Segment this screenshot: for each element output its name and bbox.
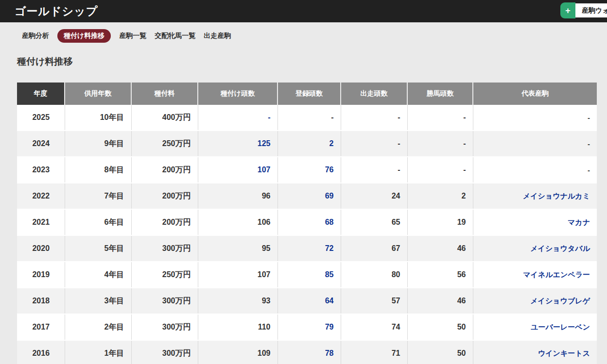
table-cell: 2022 xyxy=(17,183,65,209)
table-cell: 2019 xyxy=(17,262,65,288)
table-cell: 57 xyxy=(341,288,407,314)
table-cell-link[interactable]: 85 xyxy=(277,262,341,288)
table-cell: 24 xyxy=(341,183,407,209)
table-header-row: 年度 供用年数 種付料 種付け頭数 登録頭数 出走頭数 勝馬頭数 代表産駒 xyxy=(17,83,597,105)
table-row: 20194年目250万円107858056マイネルエンペラー xyxy=(17,262,597,288)
table-cell: 5年目 xyxy=(65,235,131,262)
table-cell-link[interactable]: 78 xyxy=(277,340,341,364)
table-cell: 80 xyxy=(341,262,407,288)
table-cell-link[interactable]: マカナ xyxy=(473,209,597,235)
table-cell: 2年目 xyxy=(65,314,131,340)
table-cell: 2018 xyxy=(17,288,65,314)
table-cell: 2 xyxy=(407,183,473,209)
plus-icon: + xyxy=(560,2,575,18)
table-cell: 2024 xyxy=(17,131,65,157)
table-cell: 9年目 xyxy=(65,131,131,157)
table-cell: 6年目 xyxy=(65,209,131,235)
table-cell: 19 xyxy=(407,209,473,235)
table-cell: 2025 xyxy=(17,105,65,131)
column-header-registered: 登録頭数 xyxy=(277,83,341,105)
table-cell: - xyxy=(407,131,473,157)
table-cell: 300万円 xyxy=(131,340,198,364)
column-header-winners: 勝馬頭数 xyxy=(407,83,473,105)
table-cell-link[interactable]: メイショウナルカミ xyxy=(473,183,597,209)
table-cell: 4年目 xyxy=(65,262,131,288)
table-cell-link[interactable]: マイネルエンペラー xyxy=(473,262,597,288)
table-cell: - xyxy=(341,131,407,157)
column-header-year: 年度 xyxy=(17,83,65,105)
table-cell: 50 xyxy=(407,340,473,364)
table-cell: 7年目 xyxy=(65,183,131,209)
table-cell: 106 xyxy=(198,209,277,235)
table-cell-link[interactable]: 107 xyxy=(198,157,277,183)
table-cell-link[interactable]: ウインキートス xyxy=(473,340,597,364)
table-cell: 50 xyxy=(407,314,473,340)
table-cell-link[interactable]: 72 xyxy=(277,235,341,262)
column-header-representative: 代表産駒 xyxy=(473,83,597,105)
table-cell: 10年目 xyxy=(65,105,131,131)
tab-offspring-analysis[interactable]: 産駒分析 xyxy=(22,29,49,43)
table-cell-link[interactable]: 64 xyxy=(277,288,341,314)
table-cell: - xyxy=(473,131,597,157)
table-cell: 8年目 xyxy=(65,157,131,183)
table-cell: 95 xyxy=(198,235,277,262)
tab-offspring-list[interactable]: 産駒一覧 xyxy=(119,29,146,43)
table-cell-link[interactable]: 2 xyxy=(277,131,341,157)
table-cell: 400万円 xyxy=(131,105,198,131)
column-header-service-years: 供用年数 xyxy=(65,83,131,105)
table-cell: - xyxy=(473,105,597,131)
stud-fee-table: 年度 供用年数 種付料 種付け頭数 登録頭数 出走頭数 勝馬頭数 代表産駒 20… xyxy=(17,83,597,364)
column-header-stud-fee: 種付料 xyxy=(131,83,198,105)
table-cell-link[interactable]: 69 xyxy=(277,183,341,209)
tab-stud-fee-history[interactable]: 種付け料推移 xyxy=(57,29,111,43)
tab-running-offspring[interactable]: 出走産駒 xyxy=(204,29,231,43)
offspring-watch-button[interactable]: + 産駒ウォ xyxy=(560,2,607,18)
table-row: 20227年目200万円9669242メイショウナルカミ xyxy=(17,183,597,209)
tab-mated-mares-list[interactable]: 交配牝馬一覧 xyxy=(155,29,195,43)
table-cell: 2023 xyxy=(17,157,65,183)
table-cell: - xyxy=(473,157,597,183)
table-cell-link[interactable]: メイショウタバル xyxy=(473,235,597,262)
table-cell-link[interactable]: 79 xyxy=(277,314,341,340)
table-cell: 250万円 xyxy=(131,131,198,157)
table-cell-link[interactable]: メイショウブレゲ xyxy=(473,288,597,314)
table-cell: 71 xyxy=(341,340,407,364)
nav-tabs: 産駒分析 種付け料推移 産駒一覧 交配牝馬一覧 出走産駒 xyxy=(0,22,607,43)
table-cell: 109 xyxy=(198,340,277,364)
table-cell: 2020 xyxy=(17,235,65,262)
horse-name-title: ゴールドシップ xyxy=(15,4,98,19)
table-cell: 3年目 xyxy=(65,288,131,314)
table-cell: 300万円 xyxy=(131,288,198,314)
page-title: 種付け料推移 xyxy=(17,55,607,68)
column-header-starters: 出走頭数 xyxy=(341,83,407,105)
table-cell: 2021 xyxy=(17,209,65,235)
table-row: 20238年目200万円10776--- xyxy=(17,157,597,183)
table-cell: 300万円 xyxy=(131,235,198,262)
table-cell: 67 xyxy=(341,235,407,262)
table-cell: - xyxy=(277,105,341,131)
table-cell: 2017 xyxy=(17,314,65,340)
table-cell: 300万円 xyxy=(131,314,198,340)
table-cell: 46 xyxy=(407,235,473,262)
table-row: 20161年目300万円109787150ウインキートス xyxy=(17,340,597,364)
table-cell: 200万円 xyxy=(131,183,198,209)
table-row: 202510年目400万円----- xyxy=(17,105,597,131)
table-row: 20172年目300万円110797450ユーバーレーベン xyxy=(17,314,597,340)
table-cell-link[interactable]: 125 xyxy=(198,131,277,157)
table-cell: 107 xyxy=(198,262,277,288)
table-cell: 56 xyxy=(407,262,473,288)
table-cell: - xyxy=(341,157,407,183)
table-cell: 200万円 xyxy=(131,209,198,235)
table-cell: - xyxy=(407,105,473,131)
table-cell-link[interactable]: 68 xyxy=(277,209,341,235)
table-cell: 96 xyxy=(198,183,277,209)
table-cell: 1年目 xyxy=(65,340,131,364)
table-body: 202510年目400万円-----20249年目250万円1252---202… xyxy=(17,105,597,364)
watch-button-label: 産駒ウォ xyxy=(575,3,607,17)
table-cell: - xyxy=(407,157,473,183)
app-header: ゴールドシップ + 産駒ウォ xyxy=(0,0,607,22)
table-cell: 74 xyxy=(341,314,407,340)
table-cell-link[interactable]: - xyxy=(198,105,277,131)
table-cell-link[interactable]: 76 xyxy=(277,157,341,183)
table-cell-link[interactable]: ユーバーレーベン xyxy=(473,314,597,340)
